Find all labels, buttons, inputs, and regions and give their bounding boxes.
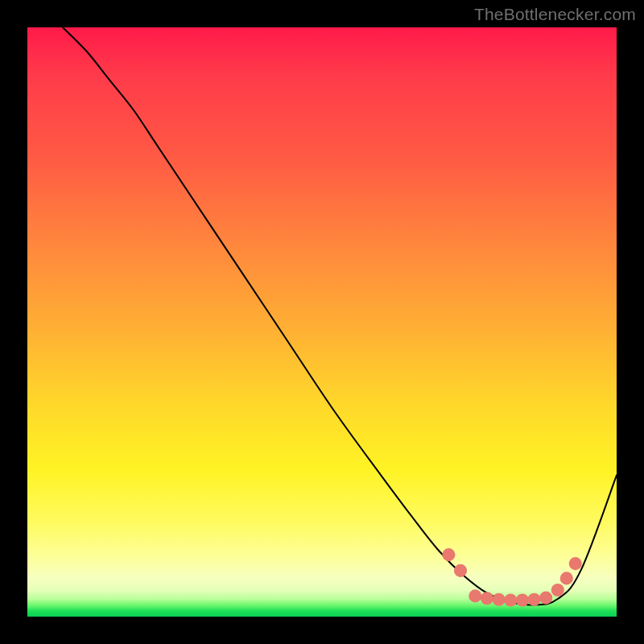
optimal-dot — [527, 593, 540, 606]
optimal-dot — [454, 564, 467, 577]
optimal-dot — [469, 589, 481, 602]
optimal-dot — [516, 593, 529, 606]
optimal-dot — [551, 584, 564, 597]
optimal-range-dots — [442, 548, 581, 606]
optimal-dot — [442, 548, 455, 561]
chart-stage: TheBottlenecker.com — [0, 0, 644, 644]
optimal-dot — [493, 593, 506, 606]
optimal-dot — [539, 592, 552, 605]
optimal-dot — [504, 593, 517, 606]
chart-overlay-svg — [27, 27, 617, 617]
watermark-text: TheBottlenecker.com — [474, 5, 636, 24]
bottleneck-curve-line — [63, 27, 617, 605]
optimal-dot — [569, 557, 582, 570]
plot-area — [27, 27, 617, 617]
optimal-dot — [481, 592, 493, 605]
optimal-dot — [560, 572, 573, 584]
